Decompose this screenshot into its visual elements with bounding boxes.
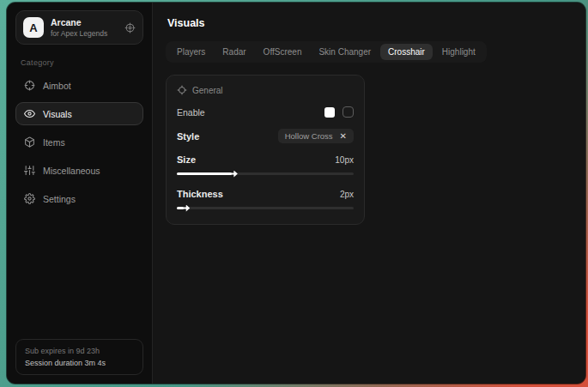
tab-skin-changer[interactable]: Skin Changer	[311, 44, 379, 60]
tab-offscreen[interactable]: OffScreen	[256, 44, 310, 60]
sidebar-item-label: Aimbot	[43, 81, 71, 91]
eye-icon	[24, 108, 35, 119]
enable-checkbox-empty[interactable]	[342, 106, 354, 118]
sidebar-item-label: Settings	[43, 194, 76, 204]
size-value: 10px	[335, 155, 354, 165]
sidebar-item-label: Items	[43, 137, 65, 148]
size-label: Size	[177, 154, 196, 165]
sidebar-item-settings[interactable]: Settings	[15, 187, 143, 210]
main-content: Visuals Players Radar OffScreen Skin Cha…	[153, 3, 585, 384]
style-value: Hollow Cross	[285, 131, 333, 141]
sidebar-item-miscellaneous[interactable]: Miscellaneous	[15, 159, 143, 182]
enable-checkbox-checked[interactable]	[324, 107, 335, 118]
brand-card: A Arcane for Apex Legends	[15, 10, 143, 45]
tab-players[interactable]: Players	[169, 44, 213, 60]
package-icon	[24, 136, 35, 148]
app-logo: A	[23, 17, 44, 38]
brand-text: Arcane for Apex Legends	[51, 17, 107, 38]
tab-bar: Players Radar OffScreen Skin Changer Cro…	[166, 41, 487, 63]
sidebar-item-label: Miscellaneous	[43, 166, 100, 176]
slider-fill	[177, 207, 184, 209]
slider-thumb-icon[interactable]	[182, 205, 190, 212]
size-row: Size 10px	[177, 154, 354, 165]
page-title: Visuals	[167, 17, 573, 29]
enable-row: Enable	[177, 106, 354, 118]
gear-icon	[24, 193, 35, 204]
thickness-row: Thickness 2px	[177, 189, 354, 199]
sidebar-item-visuals[interactable]: Visuals	[15, 102, 143, 125]
tab-crosshair[interactable]: Crosshair	[380, 44, 433, 60]
slider-thumb-icon[interactable]	[230, 171, 238, 178]
close-icon[interactable]: ✕	[340, 132, 347, 141]
thickness-value: 2px	[340, 190, 354, 199]
sidebar-item-label: Visuals	[43, 109, 72, 119]
sidebar-item-aimbot[interactable]: Aimbot	[15, 74, 143, 97]
crosshair-icon	[177, 85, 187, 95]
sidebar: A Arcane for Apex Legends Category Aimbo	[7, 3, 153, 384]
panel-title: General	[192, 86, 223, 95]
sidebar-item-items[interactable]: Items	[15, 130, 143, 154]
slider-fill	[177, 172, 232, 175]
slider-track	[177, 207, 354, 209]
category-label: Category	[21, 58, 138, 67]
tab-radar[interactable]: Radar	[215, 44, 253, 60]
style-row: Style Hollow Cross ✕	[177, 129, 354, 143]
style-label: Style	[177, 131, 199, 142]
sub-expires-text: Sub expires in 9d 23h	[25, 347, 134, 355]
app-title: Arcane	[51, 17, 107, 27]
app-subtitle: for Apex Legends	[51, 29, 107, 38]
subscription-info-box: Sub expires in 9d 23h Session duration 3…	[15, 339, 143, 375]
crosshair-icon	[24, 80, 35, 91]
thickness-slider[interactable]	[177, 204, 354, 212]
general-panel: General Enable Style Hollow Cross ✕ Size…	[166, 75, 365, 225]
app-window: A Arcane for Apex Legends Category Aimbo	[7, 3, 585, 384]
thickness-label: Thickness	[177, 189, 223, 199]
size-slider[interactable]	[177, 170, 354, 178]
sliders-icon	[24, 165, 35, 176]
target-icon[interactable]	[124, 22, 136, 33]
panel-header: General	[177, 85, 354, 95]
style-select-chip[interactable]: Hollow Cross ✕	[278, 129, 354, 143]
session-duration-text: Session duration 3m 4s	[25, 359, 134, 367]
enable-label: Enable	[177, 107, 205, 118]
tab-highlight[interactable]: Highlight	[434, 44, 483, 60]
